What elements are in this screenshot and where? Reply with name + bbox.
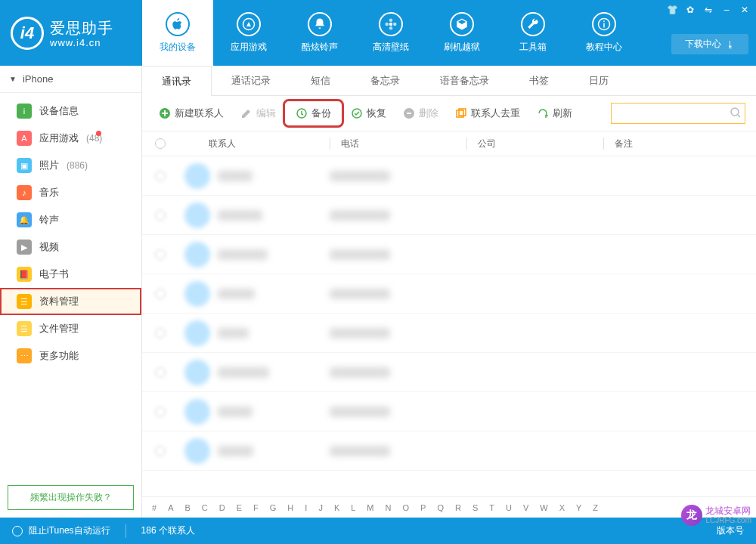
contact-row[interactable] xyxy=(142,274,756,314)
toolbar-restore-button[interactable]: 恢复 xyxy=(345,104,392,123)
alpha-letter[interactable]: U xyxy=(503,503,514,512)
alpha-letter[interactable]: Q xyxy=(435,503,446,512)
settings-button[interactable]: ✿ xyxy=(682,3,699,17)
alpha-letter[interactable]: W xyxy=(538,503,550,512)
contact-row[interactable] xyxy=(142,156,756,196)
column-company[interactable]: 公司 xyxy=(467,138,603,150)
column-contact[interactable]: 联系人 xyxy=(178,138,330,150)
search-input[interactable] xyxy=(616,108,730,119)
backup-icon xyxy=(296,107,308,119)
alpha-letter[interactable]: D xyxy=(217,503,228,512)
alpha-letter[interactable]: X xyxy=(557,503,567,512)
help-link[interactable]: 频繁出现操作失败？ xyxy=(8,485,134,510)
nav-tab-info[interactable]: 教程中心 xyxy=(569,0,640,66)
sidebar-item[interactable]: 📕电子书 xyxy=(0,261,141,288)
alpha-letter[interactable]: P xyxy=(418,503,428,512)
toolbar-dedup-button[interactable]: 联系人去重 xyxy=(449,104,526,123)
contact-row[interactable] xyxy=(142,353,756,392)
sidebar-item[interactable]: A应用游戏(48) xyxy=(0,125,141,152)
sub-tab[interactable]: 备忘录 xyxy=(351,66,420,95)
contact-row[interactable] xyxy=(142,392,756,431)
switch-button[interactable]: ⇋ xyxy=(700,3,717,17)
row-checkbox[interactable] xyxy=(155,171,166,181)
alpha-letter[interactable]: M xyxy=(364,503,376,512)
sidebar-label: 铃声 xyxy=(39,213,59,227)
sidebar-item[interactable]: i设备信息 xyxy=(0,97,141,125)
column-phone[interactable]: 电话 xyxy=(330,138,466,150)
contact-row[interactable] xyxy=(142,196,756,235)
sub-tab[interactable]: 短信 xyxy=(291,66,351,95)
minimize-button[interactable]: – xyxy=(718,3,735,17)
close-button[interactable]: ✕ xyxy=(736,3,753,17)
nav-tab-apple[interactable]: 我的设备 xyxy=(142,0,213,66)
sidebar-item[interactable]: ☰资料管理 xyxy=(0,288,141,315)
contact-phone-blurred xyxy=(330,406,390,417)
column-remark[interactable]: 备注 xyxy=(604,138,756,150)
nav-tab-bell[interactable]: 酷炫铃声 xyxy=(284,0,355,66)
sub-tab[interactable]: 通讯录 xyxy=(142,66,212,96)
sidebar-item[interactable]: 🔔铃声 xyxy=(0,206,141,233)
row-checkbox[interactable] xyxy=(155,446,166,456)
footer-itunes-toggle[interactable]: 阻止iTunes自动运行 xyxy=(29,524,110,537)
alpha-letter[interactable]: T xyxy=(487,503,497,512)
svg-point-13 xyxy=(731,108,739,116)
nav-tab-wrench[interactable]: 工具箱 xyxy=(497,0,569,66)
alpha-letter[interactable]: R xyxy=(453,503,463,512)
alpha-letter[interactable]: S xyxy=(470,503,480,512)
contact-avatar xyxy=(184,438,210,464)
nav-tab-box[interactable]: 刷机越狱 xyxy=(426,0,497,66)
nav-tab-flower[interactable]: 高清壁纸 xyxy=(355,0,426,66)
sidebar-item[interactable]: ♪音乐 xyxy=(0,179,141,206)
sub-tab[interactable]: 通话记录 xyxy=(212,66,291,95)
contact-row[interactable] xyxy=(142,431,756,471)
row-checkbox[interactable] xyxy=(155,367,166,378)
contact-phone-blurred xyxy=(330,171,390,181)
device-name: iPhone xyxy=(23,73,53,85)
search-box[interactable] xyxy=(611,103,745,124)
alpha-letter[interactable]: C xyxy=(200,503,210,512)
alpha-letter[interactable]: L xyxy=(349,503,358,512)
alpha-letter[interactable]: I xyxy=(302,503,309,512)
alpha-letter[interactable]: # xyxy=(150,503,159,512)
toolbar-edit-button: 编辑 xyxy=(234,104,282,123)
alpha-letter[interactable]: F xyxy=(251,503,261,512)
nav-tab-appstore[interactable]: 应用游戏 xyxy=(213,0,284,66)
device-selector[interactable]: ▼ iPhone xyxy=(0,66,141,93)
alpha-letter[interactable]: J xyxy=(316,503,325,512)
contact-row[interactable] xyxy=(142,314,756,353)
row-checkbox[interactable] xyxy=(155,289,166,299)
alpha-letter[interactable]: N xyxy=(383,503,394,512)
row-checkbox[interactable] xyxy=(155,406,166,417)
alpha-letter[interactable]: A xyxy=(166,503,175,512)
sidebar-count: (886) xyxy=(67,160,88,171)
download-center-button[interactable]: 下载中心 ⭳ xyxy=(671,34,748,54)
alpha-index[interactable]: #ABCDEFGHIJKLMNOPQRSTUVWXYZ xyxy=(142,496,756,518)
select-all-checkbox[interactable] xyxy=(155,138,166,149)
sub-tab[interactable]: 语音备忘录 xyxy=(420,66,510,95)
sidebar-item[interactable]: ▣照片(886) xyxy=(0,152,141,179)
alpha-letter[interactable]: B xyxy=(182,503,192,512)
row-checkbox[interactable] xyxy=(155,210,166,221)
sub-tab[interactable]: 书签 xyxy=(510,66,569,95)
row-checkbox[interactable] xyxy=(155,249,166,260)
alpha-letter[interactable]: Z xyxy=(590,503,600,512)
alpha-letter[interactable]: O xyxy=(400,503,411,512)
sub-tab[interactable]: 日历 xyxy=(569,66,629,95)
row-checkbox[interactable] xyxy=(155,328,166,338)
alpha-letter[interactable]: V xyxy=(521,503,531,512)
toolbar-backup-button[interactable]: 备份 xyxy=(287,103,340,124)
sidebar-item[interactable]: ☰文件管理 xyxy=(0,315,141,342)
alpha-letter[interactable]: E xyxy=(234,503,244,512)
toolbar-plus-button[interactable]: 新建联系人 xyxy=(153,104,230,123)
sidebar-item[interactable]: ⋯更多功能 xyxy=(0,342,141,369)
toolbar-refresh-button[interactable]: 刷新 xyxy=(531,104,578,123)
info-icon xyxy=(592,12,616,36)
contact-phone-blurred xyxy=(330,367,390,378)
alpha-letter[interactable]: K xyxy=(332,503,342,512)
alpha-letter[interactable]: Y xyxy=(574,503,584,512)
contact-row[interactable] xyxy=(142,235,756,274)
alpha-letter[interactable]: G xyxy=(268,503,279,512)
theme-button[interactable]: 👕 xyxy=(664,3,680,17)
sidebar-item[interactable]: ▶视频 xyxy=(0,233,141,261)
alpha-letter[interactable]: H xyxy=(285,503,296,512)
